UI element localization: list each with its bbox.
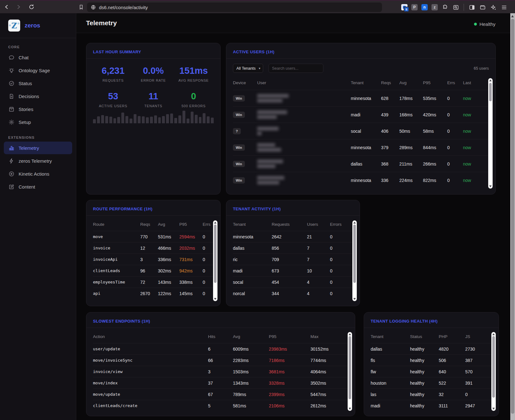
table-row: move/invoiceSync662283ms7186ms7744ms: [93, 354, 348, 366]
sparkline-bar: [191, 112, 194, 123]
table-cell: 67: [208, 392, 233, 397]
table-cell: 266ms: [423, 161, 447, 166]
url-bar[interactable]: ds6.net/console/activity: [87, 3, 382, 12]
sparkline-bar: [101, 115, 104, 123]
column-header: Avg: [233, 334, 269, 339]
extensions-puzzle-icon[interactable]: [440, 3, 450, 12]
page-scrollbar[interactable]: [510, 13, 515, 420]
sidebar-item-decisions[interactable]: Decisions: [4, 90, 72, 102]
extension-5-icon[interactable]: [401, 4, 408, 10]
table-scrollbar[interactable]: [488, 78, 493, 189]
table-cell: madi: [371, 403, 410, 408]
table-cell: 4820: [439, 347, 465, 352]
table-cell: 2032ms: [179, 246, 203, 251]
back-button[interactable]: [3, 3, 11, 11]
sidebar-item-telemetry[interactable]: Telemetry: [4, 142, 72, 154]
table-cell: 3681ms: [269, 369, 310, 374]
sidebar-item-stories[interactable]: Stories: [4, 103, 72, 115]
column-header: Avg: [399, 80, 423, 85]
sidebar-item-content[interactable]: Content: [4, 180, 72, 193]
table-scrollbar[interactable]: [213, 220, 217, 301]
table-cell: 640: [439, 369, 465, 374]
table-cell: 4: [307, 280, 330, 285]
sparkline-bar: [150, 117, 153, 123]
sidebar-toggle-icon[interactable]: [467, 3, 477, 12]
table-cell: 338ms: [179, 280, 203, 285]
table-row: move/index371343ms3328ms3502ms: [93, 377, 348, 388]
brand[interactable]: Z zeros: [0, 13, 76, 38]
page-header: Telemetry Healthy: [76, 13, 510, 33]
table-cell: socal: [233, 280, 272, 285]
bar-chart-icon: [9, 145, 14, 151]
table-scrollbar[interactable]: [352, 220, 357, 301]
saved-search-icon[interactable]: [451, 3, 460, 12]
card-title: TENANT LOGGING HEALTH (4H): [371, 319, 492, 324]
sidebar-item-label: Ontology Sage: [19, 68, 50, 73]
sidebar-item-chat[interactable]: Chat: [4, 51, 72, 64]
table-cell: 3328ms: [269, 381, 310, 386]
table-row: madihealthy31112947: [371, 400, 492, 411]
sparkline-bar: [93, 119, 96, 123]
search-users-input[interactable]: [269, 64, 323, 73]
chevron-down-icon: ▾: [259, 67, 260, 70]
redacted-user: [257, 175, 351, 185]
sparkline-bar: [166, 114, 169, 123]
table-cell: norcal: [233, 291, 272, 296]
table-cell: healthy: [410, 347, 439, 352]
sparkline-bar: [109, 117, 112, 123]
table-scrollbar[interactable]: [491, 332, 496, 411]
redacted-user: [257, 93, 351, 103]
column-header: Tenant: [233, 222, 272, 227]
table-scrollbar[interactable]: [348, 332, 352, 411]
table-cell: 289ms: [399, 145, 423, 150]
table-cell: 2642: [272, 234, 307, 239]
lightning-icon: [9, 158, 14, 164]
reload-button[interactable]: [27, 3, 36, 11]
table-cell: 0: [203, 257, 214, 262]
table-cell: employeesTime: [93, 280, 140, 284]
table-cell: houston: [371, 381, 410, 386]
sidebar-item-kinetic-actions[interactable]: Kinetic Actions: [4, 167, 72, 180]
sidebar-item-zeros-telemetry[interactable]: zeros Telemetry: [4, 155, 72, 167]
stat-label: 500 ERRORS: [173, 104, 214, 108]
table-cell: invoice: [93, 246, 140, 250]
sparkline-bar: [203, 113, 205, 123]
table-cell: 6: [208, 347, 233, 352]
table-cell: 0: [447, 161, 463, 166]
menu-hamburger-icon[interactable]: [499, 3, 509, 12]
tenant-filter-select[interactable]: All Tenants▾: [233, 64, 263, 73]
extension-p-icon[interactable]: P: [411, 4, 418, 10]
column-header: User: [257, 80, 351, 85]
wallet-icon[interactable]: [478, 3, 487, 12]
stat-label: ERROR RATE: [133, 79, 174, 82]
column-header: Last: [463, 80, 489, 85]
table-cell: 0: [447, 112, 463, 117]
table-row: employeesTime72143ms338ms0: [93, 276, 214, 288]
forward-button[interactable]: [14, 3, 23, 11]
table-cell: 0: [447, 145, 463, 150]
redacted-user: [257, 126, 351, 136]
extension-z-icon[interactable]: z: [431, 4, 438, 10]
stat-label: AVG RESPONSE: [173, 79, 214, 82]
sidebar-item-ontology-sage[interactable]: Ontology Sage: [4, 64, 72, 77]
table-cell: 387: [465, 358, 492, 363]
sidebar-item-status[interactable]: Status: [4, 77, 72, 90]
redacted-user: [257, 159, 351, 169]
extension-n-icon[interactable]: n: [421, 4, 428, 10]
device-badge: Win: [233, 95, 245, 102]
table-cell: 12: [140, 246, 158, 251]
table-cell: invoiceApi: [93, 257, 140, 262]
site-info-icon[interactable]: [91, 5, 96, 10]
table-cell: minnesota: [351, 96, 381, 101]
health-status: Healthy: [474, 21, 495, 27]
table-row: Winmadi439168ms420ms0now: [233, 106, 489, 123]
table-cell: ric: [233, 257, 272, 262]
redacted-user: [257, 142, 351, 153]
sidebar-item-setup[interactable]: Setup: [4, 116, 72, 128]
column-header: Status: [410, 334, 439, 339]
ai-sparkle-icon[interactable]: [489, 3, 498, 12]
table-cell: 3: [208, 369, 233, 374]
sparkline-bar: [130, 119, 132, 123]
bookmarks-icon[interactable]: [76, 2, 86, 12]
table-cell: 454: [272, 280, 307, 285]
